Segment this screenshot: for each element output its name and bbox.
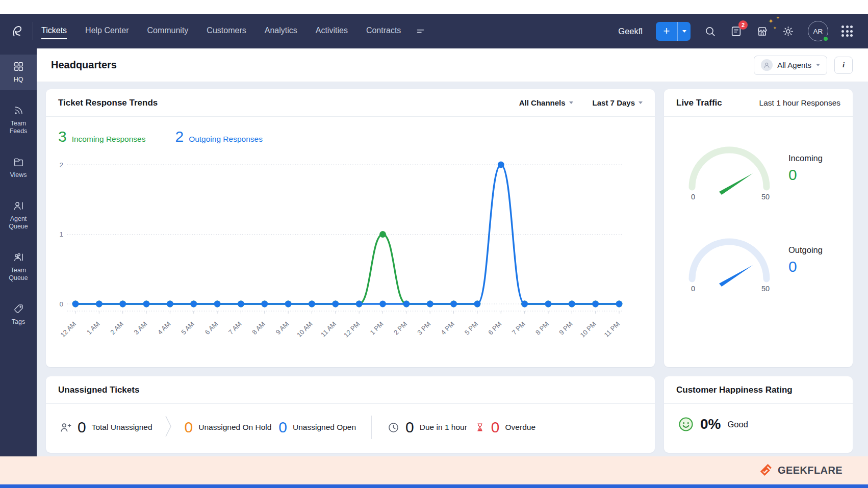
stat-value: 0: [278, 420, 287, 435]
sidebar-item-agent-queue[interactable]: Agent Queue: [0, 194, 37, 237]
sidebar-item-hq[interactable]: HQ: [0, 55, 37, 90]
unassigned-tickets-card: Unassigned Tickets 0Total Unassigned0Una…: [46, 376, 655, 453]
svg-text:3 PM: 3 PM: [416, 320, 432, 337]
gauge-dial: 050: [677, 226, 783, 293]
gauge-value: 0: [788, 259, 835, 274]
chevron-separator-icon: [165, 415, 172, 440]
stat-unassigned-open[interactable]: 0Unassigned Open: [278, 420, 356, 435]
sidebar-item-tags[interactable]: Tags: [0, 297, 37, 332]
topbar-actions: Geekfl + 2 ✦ ✦ ✦ AR: [618, 21, 853, 41]
svg-text:4 PM: 4 PM: [440, 320, 456, 337]
svg-text:0: 0: [691, 193, 695, 201]
svg-text:2 PM: 2 PM: [392, 320, 409, 337]
sidebar-item-label: Team Queue: [1, 267, 36, 282]
customer-happiness-card: Customer Happiness Rating 0% Good: [664, 376, 853, 453]
nav-item-tickets[interactable]: Tickets: [41, 26, 67, 39]
nav-sort-icon[interactable]: [415, 25, 426, 37]
nav-item-activities[interactable]: Activities: [316, 26, 348, 39]
search-button[interactable]: [704, 25, 717, 38]
svg-text:11 PM: 11 PM: [603, 320, 621, 339]
sidebar-item-views[interactable]: Views: [0, 150, 37, 186]
nav-item-help-center[interactable]: Help Center: [85, 26, 129, 39]
date-range-dropdown[interactable]: Last 7 Days: [593, 98, 643, 107]
gear-icon: [782, 25, 795, 38]
stat-overdue[interactable]: 0Overdue: [474, 420, 535, 435]
legend-item[interactable]: 3Incoming Responses: [58, 129, 145, 144]
card-title: Live Traffic: [676, 98, 722, 108]
ticket-response-trends-card: Ticket Response Trends All Channels Last…: [46, 89, 655, 367]
stat-label: Total Unassigned: [92, 423, 152, 432]
apps-grid-button[interactable]: [841, 25, 853, 37]
nav-item-analytics[interactable]: Analytics: [265, 26, 297, 39]
sidebar-item-team-feeds[interactable]: Team Feeds: [0, 98, 37, 142]
gauge-outgoing: 050Outgoing0: [677, 226, 837, 293]
stat-value: 0: [78, 420, 86, 435]
svg-text:1 PM: 1 PM: [369, 320, 385, 337]
topbar: TicketsHelp CenterCommunityCustomersAnal…: [0, 14, 868, 48]
stat-due-in-1-hour[interactable]: 0Due in 1 hour: [387, 420, 467, 435]
legend-value: 2: [175, 129, 184, 144]
svg-text:0: 0: [691, 285, 695, 293]
agent-avatar-icon: [761, 59, 773, 71]
notification-badge: 2: [738, 20, 748, 30]
stat-total-unassigned[interactable]: 0Total Unassigned: [59, 420, 152, 435]
sidebar: HQTeam FeedsViewsAgent QueueTeam QueueTa…: [0, 48, 37, 456]
svg-text:9 PM: 9 PM: [557, 320, 574, 337]
svg-text:10 PM: 10 PM: [579, 320, 598, 339]
stat-unassigned-on-hold[interactable]: 0Unassigned On Hold: [185, 420, 272, 435]
stat-label: Unassigned On Hold: [198, 423, 271, 432]
nav-item-community[interactable]: Community: [147, 26, 188, 39]
person-add-icon: [59, 421, 72, 434]
chart-legend: 3Incoming Responses2Outgoing Responses: [46, 117, 655, 146]
hourglass-icon: [474, 422, 486, 433]
add-button[interactable]: +: [656, 22, 677, 41]
agent-filter-button[interactable]: All Agents: [754, 56, 827, 75]
live-traffic-card: Live Traffic Last 1 hour Responses 050In…: [664, 89, 853, 367]
bottom-blue-strip: [0, 484, 868, 488]
topbar-divider: [33, 22, 33, 40]
notifications-button[interactable]: 2: [730, 25, 743, 38]
gauge-needle: [719, 265, 753, 287]
nav-item-contracts[interactable]: Contracts: [366, 26, 401, 39]
marketplace-button[interactable]: ✦ ✦ ✦: [756, 25, 769, 38]
unassigned-stats: 0Total Unassigned0Unassigned On Hold0Una…: [46, 404, 655, 451]
info-button[interactable]: i: [834, 57, 853, 74]
settings-button[interactable]: [782, 25, 795, 38]
geekflare-mark-icon: [760, 464, 773, 477]
add-caret-button[interactable]: [677, 22, 691, 41]
svg-text:2: 2: [59, 161, 63, 169]
add-ticket-split-button: +: [656, 22, 691, 41]
line-chart: 21012 AM1 AM2 AM3 AM4 AM5 AM6 AM7 AM8 AM…: [46, 146, 655, 362]
marketplace-icon: [756, 25, 769, 38]
svg-text:8 AM: 8 AM: [250, 320, 267, 337]
channel-filter-label: All Channels: [519, 98, 566, 107]
nav-item-customers[interactable]: Customers: [207, 26, 246, 39]
app-logo-icon[interactable]: [7, 21, 28, 41]
happy-face-icon: [678, 417, 694, 432]
legend-item[interactable]: 2Outgoing Responses: [175, 129, 262, 144]
sidebar-item-team-queue[interactable]: Team Queue: [0, 245, 37, 289]
sparkle-icon: ✦: [776, 16, 780, 20]
svg-text:7 AM: 7 AM: [227, 320, 243, 337]
svg-text:8 PM: 8 PM: [534, 320, 550, 337]
gauge-needle: [719, 173, 753, 195]
agent-filter-label: All Agents: [777, 61, 811, 69]
svg-text:12 PM: 12 PM: [342, 320, 361, 339]
gauge-incoming: 050Incoming0: [677, 134, 837, 201]
gauge-dial: 050: [677, 134, 783, 201]
stat-value: 0: [491, 420, 500, 435]
sparkle-icon: ✦: [773, 26, 777, 31]
svg-text:5 PM: 5 PM: [463, 320, 479, 337]
svg-text:6 PM: 6 PM: [487, 320, 503, 337]
channel-filter-dropdown[interactable]: All Channels: [519, 98, 573, 107]
sparkle-icon: ✦: [768, 18, 774, 24]
clock-icon: [387, 421, 400, 434]
page-title: Headquarters: [51, 59, 117, 71]
portal-name: Geekfl: [618, 27, 643, 36]
happiness-label: Good: [727, 420, 748, 429]
page-header: Headquarters All Agents i: [37, 48, 868, 82]
svg-text:11 AM: 11 AM: [319, 320, 338, 339]
vertical-divider: [371, 416, 372, 439]
user-avatar[interactable]: AR: [808, 21, 828, 41]
sidebar-item-label: Agent Queue: [1, 215, 36, 231]
